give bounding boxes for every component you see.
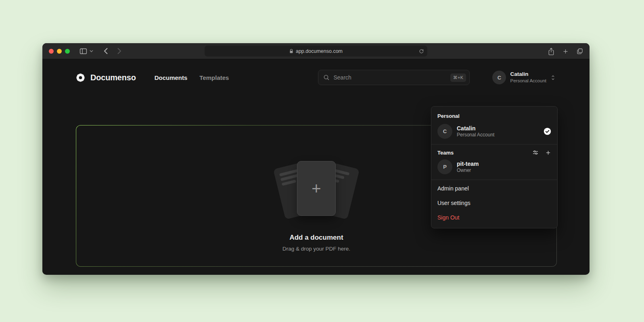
- selected-check-icon: [544, 128, 551, 135]
- forward-button-icon[interactable]: [117, 48, 121, 54]
- url-text: app.documenso.com: [296, 48, 343, 54]
- account-type: Personal Account: [510, 78, 546, 84]
- close-window-button[interactable]: [49, 49, 54, 54]
- brand-name: Documenso: [90, 73, 136, 82]
- team-role: Owner: [457, 167, 479, 174]
- main-nav: Documents Templates: [155, 74, 229, 81]
- team-name: pit-team: [457, 160, 479, 167]
- tab-overview-icon[interactable]: [577, 48, 583, 54]
- account-dropdown-menu: Personal C Catalin Personal Account Team…: [431, 106, 558, 228]
- traffic-lights: [49, 49, 70, 54]
- new-tab-icon[interactable]: [562, 48, 569, 54]
- menu-item-admin-panel[interactable]: Admin panel: [431, 181, 557, 196]
- app-content: Documenso Documents Templates ⌘+K C Cata…: [42, 59, 590, 274]
- menu-teams-header: Teams: [431, 146, 557, 157]
- team-avatar: P: [437, 159, 452, 174]
- search-icon: [323, 74, 330, 81]
- minimize-window-button[interactable]: [57, 49, 62, 54]
- brand[interactable]: Documenso: [75, 72, 136, 83]
- lock-icon: [289, 49, 293, 54]
- menu-personal-account-item[interactable]: C Catalin Personal Account: [431, 121, 557, 143]
- menu-personal-label: Personal: [431, 109, 557, 121]
- menu-item-sign-out[interactable]: Sign Out: [431, 210, 557, 225]
- reload-icon[interactable]: [419, 48, 424, 54]
- teams-actions: [532, 149, 551, 156]
- chevron-up-down-icon: [550, 75, 556, 81]
- personal-type: Personal Account: [457, 132, 494, 138]
- nav-templates[interactable]: Templates: [199, 74, 229, 81]
- sidebar-chevron-icon[interactable]: [90, 50, 93, 52]
- zoom-window-button[interactable]: [65, 49, 70, 54]
- app-header: Documenso Documents Templates ⌘+K C Cata…: [75, 67, 556, 88]
- add-team-icon[interactable]: [545, 149, 551, 156]
- share-icon[interactable]: [548, 48, 554, 55]
- menu-team-item[interactable]: P pit-team Owner: [431, 157, 557, 178]
- menu-divider: [431, 180, 557, 180]
- back-button-icon[interactable]: [104, 48, 108, 54]
- search-box[interactable]: ⌘+K: [318, 70, 470, 85]
- account-menu-button[interactable]: C Catalin Personal Account: [492, 71, 556, 84]
- dropzone-title: Add a document: [289, 234, 343, 242]
- search-input[interactable]: [333, 74, 446, 81]
- account-avatar: C: [492, 71, 506, 84]
- menu-teams-label: Teams: [437, 150, 454, 156]
- browser-chrome: app.documenso.com: [42, 43, 590, 59]
- plus-icon: +: [312, 180, 321, 197]
- search-shortcut-badge: ⌘+K: [450, 73, 466, 82]
- address-bar[interactable]: app.documenso.com: [205, 46, 427, 56]
- chrome-right-actions: [548, 43, 583, 59]
- personal-name: Catalin: [457, 125, 494, 132]
- documents-illustration: +: [270, 159, 363, 221]
- documenso-logo-icon: [75, 72, 86, 83]
- sidebar-toggle-icon[interactable]: [79, 48, 87, 54]
- personal-avatar: C: [437, 124, 452, 139]
- account-name: Catalin: [510, 71, 546, 78]
- document-card-center: +: [297, 161, 336, 216]
- menu-item-user-settings[interactable]: User settings: [431, 196, 557, 210]
- nav-documents[interactable]: Documents: [155, 74, 188, 81]
- browser-window: app.documenso.com Documenso: [42, 43, 590, 275]
- team-settings-icon[interactable]: [532, 149, 539, 156]
- dropzone-subtitle: Drag & drop your PDF here.: [282, 246, 350, 252]
- menu-divider: [431, 144, 557, 144]
